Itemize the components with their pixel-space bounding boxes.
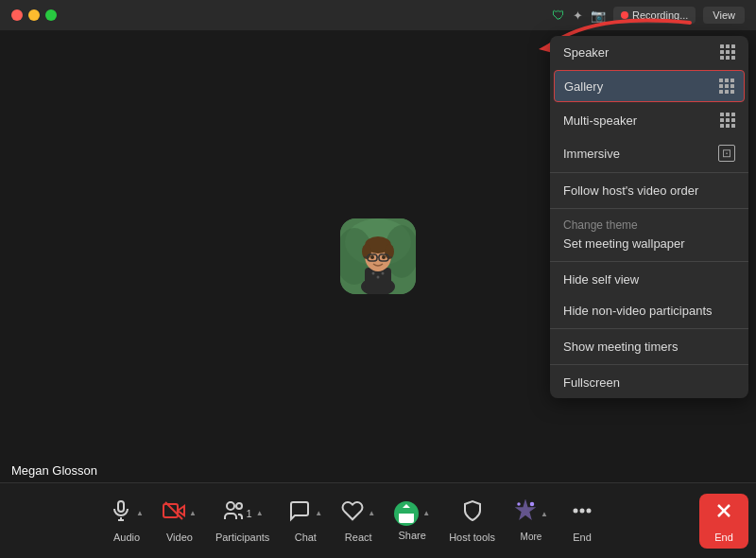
avatar bbox=[340, 218, 416, 294]
host-tools-button[interactable]: Host tools bbox=[439, 494, 505, 549]
participants-badge: 1 bbox=[247, 508, 252, 519]
video-icon bbox=[163, 499, 185, 528]
sparkle-icon bbox=[514, 499, 537, 528]
multi-speaker-label: Multi-speaker bbox=[563, 113, 637, 128]
speaker-label: Speaker bbox=[563, 45, 609, 60]
video-chevron: ▲ bbox=[189, 509, 197, 517]
recording-label: Recording... bbox=[632, 9, 688, 21]
audio-button[interactable]: ▲ Audio bbox=[100, 494, 153, 549]
divider-3 bbox=[550, 261, 748, 262]
chat-button[interactable]: ▲ Chat bbox=[279, 494, 332, 549]
host-tools-label: Host tools bbox=[449, 532, 495, 543]
more-dots-icon bbox=[571, 499, 593, 528]
svg-point-19 bbox=[382, 255, 386, 259]
svg-point-6 bbox=[372, 272, 375, 275]
end-icon bbox=[713, 499, 735, 528]
participants-button[interactable]: 1 ▲ Participants bbox=[206, 494, 279, 549]
star-icon: ✦ bbox=[573, 9, 583, 23]
svg-marker-24 bbox=[178, 506, 184, 515]
svg-rect-21 bbox=[118, 501, 124, 512]
menu-item-multi-speaker[interactable]: Multi-speaker bbox=[550, 104, 748, 136]
maximize-dot[interactable] bbox=[45, 9, 57, 21]
heart-icon bbox=[341, 499, 364, 528]
grid-icon bbox=[720, 44, 735, 60]
chat-label: Chat bbox=[295, 532, 317, 543]
camera-icon: 📷 bbox=[591, 9, 606, 23]
svg-point-7 bbox=[377, 276, 380, 279]
divider-4 bbox=[550, 328, 748, 329]
react-icon-row: ▲ bbox=[341, 499, 375, 528]
immersive-icon: ⊡ bbox=[718, 145, 735, 162]
menu-item-fullscreen[interactable]: Fullscreen bbox=[550, 367, 748, 398]
video-label: Video bbox=[166, 532, 193, 543]
react-chevron: ▲ bbox=[368, 509, 375, 517]
gallery-label: Gallery bbox=[564, 79, 603, 94]
participant-name: Megan Glosson bbox=[11, 463, 97, 478]
video-button[interactable]: ▲ Video bbox=[153, 494, 206, 549]
ai-companion-button[interactable]: ▲ More bbox=[505, 494, 558, 548]
menu-item-set-wallpaper[interactable]: Set meeting wallpaper bbox=[550, 234, 748, 259]
recording-badge: Recording... bbox=[613, 7, 696, 24]
end-label: End bbox=[714, 532, 733, 543]
view-dropdown-menu: Speaker Gallery Multi-speaker Immersive … bbox=[550, 36, 748, 398]
follow-host-label: Follow host's video order bbox=[563, 183, 698, 198]
chat-icon-row: ▲ bbox=[288, 499, 322, 528]
menu-item-hide-self[interactable]: Hide self view bbox=[550, 264, 748, 295]
audio-icon-row: ▲ bbox=[110, 499, 144, 528]
minimize-dot[interactable] bbox=[28, 9, 40, 21]
menu-item-follow-host[interactable]: Follow host's video order bbox=[550, 175, 748, 206]
divider-2 bbox=[550, 208, 748, 209]
svg-point-18 bbox=[370, 255, 374, 259]
svg-point-30 bbox=[518, 503, 520, 505]
chat-chevron: ▲ bbox=[315, 509, 322, 517]
share-icon-row: ▲ bbox=[394, 501, 430, 526]
people-icon bbox=[222, 499, 245, 528]
fullscreen-label: Fullscreen bbox=[563, 375, 620, 390]
window-controls bbox=[11, 9, 57, 21]
svg-point-33 bbox=[587, 509, 590, 512]
shield-icon: 🛡 bbox=[552, 8, 565, 23]
view-button[interactable]: View bbox=[703, 7, 745, 24]
chat-icon bbox=[288, 499, 311, 528]
change-theme-label: Change theme bbox=[563, 218, 638, 232]
ai-companion-chevron: ▲ bbox=[541, 510, 548, 518]
end-button[interactable]: End bbox=[699, 494, 748, 549]
hide-self-label: Hide self view bbox=[563, 272, 639, 287]
close-dot[interactable] bbox=[11, 9, 23, 21]
ai-companion-icon-row: ▲ bbox=[514, 499, 548, 528]
toolbar: ▲ Audio ▲ Video bbox=[0, 482, 756, 558]
toolbar-items: ▲ Audio ▲ Video bbox=[8, 494, 699, 549]
svg-point-31 bbox=[580, 509, 583, 512]
menu-item-gallery[interactable]: Gallery bbox=[554, 70, 745, 102]
ai-companion-label: More bbox=[521, 532, 542, 542]
participants-chevron: ▲ bbox=[256, 509, 264, 517]
show-timers-label: Show meeting timers bbox=[563, 340, 678, 354]
svg-point-32 bbox=[574, 509, 576, 512]
share-icon bbox=[394, 501, 419, 526]
participants-icon-row: 1 ▲ bbox=[222, 499, 264, 528]
menu-item-hide-non-video[interactable]: Hide non-video participants bbox=[550, 295, 748, 326]
menu-item-speaker[interactable]: Speaker bbox=[550, 36, 748, 68]
svg-point-27 bbox=[227, 502, 234, 510]
mic-icon bbox=[110, 499, 132, 528]
divider-1 bbox=[550, 172, 748, 173]
audio-chevron: ▲ bbox=[136, 509, 144, 517]
shield-tool-icon bbox=[461, 499, 484, 528]
menu-item-immersive[interactable]: Immersive ⊡ bbox=[550, 136, 748, 170]
svg-point-8 bbox=[382, 272, 385, 275]
set-wallpaper-label: Set meeting wallpaper bbox=[563, 236, 685, 251]
share-button[interactable]: ▲ Share bbox=[385, 496, 439, 547]
menu-item-show-timers[interactable]: Show meeting timers bbox=[550, 331, 748, 362]
divider-5 bbox=[550, 364, 748, 365]
react-button[interactable]: ▲ React bbox=[332, 494, 385, 549]
svg-point-29 bbox=[531, 503, 534, 506]
hide-non-video-label: Hide non-video participants bbox=[563, 304, 713, 318]
grid-icon-multi bbox=[720, 113, 735, 128]
participants-label: Participants bbox=[215, 532, 269, 543]
more-button[interactable]: End bbox=[558, 494, 607, 549]
share-chevron: ▲ bbox=[422, 509, 430, 517]
participant-avatar-container bbox=[340, 218, 416, 294]
video-icon-row: ▲ bbox=[163, 499, 197, 528]
audio-label: Audio bbox=[113, 532, 140, 543]
share-label: Share bbox=[398, 530, 425, 541]
